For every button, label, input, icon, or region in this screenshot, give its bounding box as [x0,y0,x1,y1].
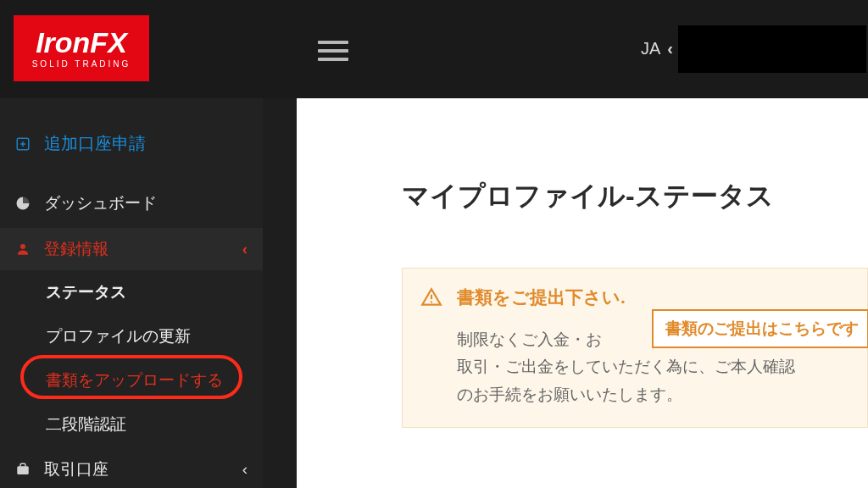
sidebar-label: 二段階認証 [46,415,126,433]
plus-square-icon [14,136,32,152]
sidebar-sub-two-factor[interactable]: 二段階認証 [0,402,263,446]
user-circle-icon [14,241,32,257]
main-content: マイプロファイル-ステータス 書類をご提出下さい. 制限なくご入金・お 取引・ご… [297,98,868,488]
svg-point-6 [431,301,432,302]
hamburger-menu-icon[interactable] [318,41,348,61]
sidebar-item-registration[interactable]: 登録情報 ‹ [0,228,263,270]
sidebar-label: 追加口座申請 [44,132,146,155]
notice-panel: 書類をご提出下さい. 制限なくご入金・お 取引・ご出金をしていただく為に、ご本人… [402,268,868,428]
sidebar-label: 取引口座 [44,458,108,480]
warning-triangle-icon [420,286,443,308]
top-bar: IronFX SOLID TRADING JA ‹ [0,0,868,98]
user-account-box[interactable] [678,25,866,73]
chevron-left-icon: ‹ [242,460,248,479]
sidebar-item-add-account[interactable]: 追加口座申請 [0,98,263,174]
notice-line: 取引・ご出金をしていただく為に、ご本人確認 [457,358,795,375]
sidebar-label: 登録情報 [44,238,108,260]
language-label: JA [641,39,660,58]
brand-logo[interactable]: IronFX SOLID TRADING [14,15,149,81]
sidebar: 追加口座申請 ダッシュボード 登録情報 ‹ ステータス プロファイルの更新 書類… [0,98,263,488]
svg-rect-4 [17,466,29,474]
sidebar-item-dashboard[interactable]: ダッシュボード [0,174,263,228]
chevron-left-icon: ‹ [667,39,673,58]
svg-point-3 [20,244,25,249]
pie-chart-icon [14,196,32,211]
sidebar-item-trade-account[interactable]: 取引口座 ‹ [0,446,263,488]
sidebar-sub-profile-update[interactable]: プロファイルの更新 [0,314,263,358]
language-selector[interactable]: JA ‹ [641,39,673,58]
sidebar-label: ダッシュボード [44,192,157,214]
logo-tagline: SOLID TRADING [32,60,131,69]
notice-title-text: 書類をご提出下さい. [457,286,626,309]
chevron-left-icon: ‹ [242,240,248,258]
sidebar-sub-status[interactable]: ステータス [0,270,263,314]
sidebar-label: ステータス [46,283,126,301]
briefcase-icon [14,462,32,477]
submit-documents-button[interactable]: 書類のご提出はこちらです [652,309,868,348]
notice-line: のお手続をお願いいたします。 [457,385,682,403]
logo-brand-text: IronFX [36,28,127,57]
notice-heading: 書類をご提出下さい. [420,286,849,309]
sidebar-sub-upload-documents[interactable]: 書類をアップロードする [0,358,263,402]
sidebar-label: プロファイルの更新 [46,327,191,345]
sidebar-label: 書類をアップロードする [46,371,223,389]
page-title: マイプロファイル-ステータス [297,98,868,215]
notice-line: 制限なくご入金・お [457,330,602,348]
